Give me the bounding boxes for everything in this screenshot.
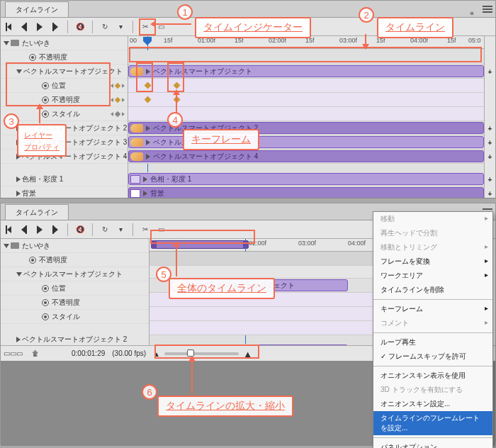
add-track-button[interactable]: + [485, 121, 495, 135]
menu-move-trim: 移動とトリミング▸ [373, 240, 492, 254]
menu-enable-3d: 3D トラックを有効にする [373, 383, 492, 397]
annotation-callout-4: キーフレーム [183, 129, 259, 150]
layer-label: 背景 [22, 189, 36, 198]
menu-delete-timeline[interactable]: タイムラインを削除 [373, 283, 492, 297]
root-label: たいやき [22, 241, 50, 251]
prev-frame-button[interactable] [18, 223, 30, 236]
annotation-badge-4: 4 [167, 112, 183, 128]
add-track-button[interactable]: + [485, 135, 495, 150]
tree-prop-opacity[interactable]: 不透明度 [1, 296, 149, 310]
tree-root-opacity[interactable]: 不透明度 [1, 253, 149, 267]
tree-prop-style[interactable]: スタイル [1, 107, 128, 121]
annotation-box-timeline [129, 47, 482, 62]
clip[interactable]: 背景 [128, 187, 484, 198]
add-track-button[interactable]: + [485, 186, 495, 201]
ruler-label: 00 [130, 37, 137, 44]
goto-start-button[interactable] [2, 21, 15, 33]
settings-dropdown-icon[interactable]: ▾ [114, 21, 127, 33]
fps-display: (30.00 fps) [112, 349, 146, 357]
clip-thumb [130, 152, 143, 161]
kf-row-opacity[interactable] [128, 93, 484, 107]
tree-layer-2[interactable]: ベクトルスマートオブジェクト 2 [1, 332, 149, 345]
opacity-label: 不透明度 [39, 52, 67, 62]
track-adjust[interactable]: 色相・彩度 1 [128, 172, 484, 186]
layer-tree: たいやき 不透明度 ベクトルスマートオブジェクト 位置 不透明度 スタイル ベク… [1, 239, 150, 345]
track-layer-4[interactable]: ベクトルスマートオブジェクト 4 [128, 150, 484, 164]
panel-collapse-icon[interactable]: « [464, 9, 480, 17]
annotation-box-zoom [154, 345, 259, 359]
menu-work-area[interactable]: ワークエリア▸ [373, 269, 492, 283]
play-button[interactable] [33, 21, 46, 33]
add-track-column: + + + + + + [484, 36, 495, 198]
menu-skip-frames[interactable]: ✓ フレームスキップを許可 [373, 349, 492, 364]
annotation-box-kf2 [167, 62, 184, 92]
clip-thumb [130, 124, 143, 133]
panel-menu-icon[interactable] [480, 1, 495, 17]
annotation-callout-5: 全体のタイムライン [169, 278, 275, 299]
mute-audio-button[interactable]: 🔇 [74, 21, 86, 33]
add-track-button[interactable]: + [485, 65, 495, 79]
ruler-label: 03:00f [339, 37, 357, 44]
ruler-label: 05:0 [468, 37, 481, 44]
menu-keyframes[interactable]: キーフレーム▸ [373, 302, 492, 316]
current-time[interactable]: 0:00:01:29 [72, 349, 105, 357]
loop-icon[interactable]: ↻ [98, 21, 111, 33]
track-bg[interactable]: 背景 [128, 186, 484, 198]
tree-bg-layer[interactable]: 背景 [1, 186, 128, 198]
tree-prop-style[interactable]: スタイル [1, 310, 149, 324]
track-layer-3[interactable]: ベクトルスマートオブジェクト 3 [128, 135, 484, 150]
menu-set-framerate[interactable]: タイムラインのフレームレートを設定... [373, 411, 492, 435]
ruler-label: 03:00f [298, 240, 316, 247]
menu-onion-display[interactable]: オニオンスキン表示を使用 [373, 369, 492, 383]
clip[interactable]: ベクトルスマートオブジェクト 3 [128, 136, 484, 148]
prop-label: 不透明度 [52, 298, 80, 308]
tree-root[interactable]: たいやき [1, 36, 128, 50]
menu-comments: コメント▸ [373, 316, 492, 330]
settings-dropdown-icon[interactable]: ▾ [114, 223, 127, 236]
annotation-box-props [6, 62, 111, 106]
timeline-tab[interactable]: タイムライン [5, 1, 69, 17]
menu-convert-frames[interactable]: フレームを変換▸ [373, 254, 492, 269]
ruler-label: 04:00f [348, 240, 366, 247]
add-track-button[interactable]: + [485, 172, 495, 186]
mute-audio-button[interactable]: 🔇 [74, 223, 86, 236]
annotation-callout-6: タイムラインの拡大・縮小 [157, 396, 293, 417]
play-button[interactable] [33, 223, 46, 236]
annotation-badge-6: 6 [142, 384, 157, 400]
layer-label: 色相・彩度 1 [22, 174, 63, 184]
timeline-tab[interactable]: タイムライン [5, 204, 69, 220]
clip[interactable]: 色相・彩度 1 [128, 173, 484, 185]
annotation-callout-1: タイムインジケーター [195, 17, 311, 38]
menu-split: 再生ヘッドで分割 [373, 226, 492, 240]
prop-label: 位置 [52, 284, 66, 293]
clip-label: 背景 [150, 189, 164, 198]
opacity-label: 不透明度 [39, 255, 67, 265]
goto-start-button[interactable] [2, 223, 15, 236]
layer-label: ベクトルスマートオブジェクト [23, 269, 123, 279]
tree-layer-1[interactable]: ベクトルスマートオブジェクト [1, 267, 149, 281]
keyframe-icon[interactable] [145, 96, 152, 103]
loop-icon[interactable]: ↻ [98, 223, 111, 236]
tab-bar: タイムライン « [1, 1, 495, 18]
tree-prop-position[interactable]: 位置 [1, 281, 149, 296]
prop-label: スタイル [52, 109, 80, 119]
annotation-badge-1: 1 [177, 4, 193, 20]
menu-loop[interactable]: ループ再生 [373, 335, 492, 349]
bin-icon[interactable]: 🗑 [29, 347, 42, 360]
transition-button[interactable]: ▭ [154, 21, 167, 33]
menu-move: 移動▸ [373, 212, 492, 226]
clip-label: ベクトルスマートオブジェクト 4 [153, 152, 258, 162]
layer-tree: たいやき 不透明度 ベクトルスマートオブジェクト 位置 不透明度 スタイル ベク… [1, 36, 128, 198]
tree-adjust-layer[interactable]: 色相・彩度 1 [1, 172, 128, 186]
clip[interactable]: ベクトルスマートオブジェクト 4 [128, 150, 484, 162]
next-frame-button[interactable] [49, 223, 62, 236]
next-frame-button[interactable] [49, 21, 62, 33]
add-track-button[interactable]: + [485, 150, 495, 164]
menu-onion-settings[interactable]: オニオンスキン設定... [373, 397, 492, 411]
menu-panel-options[interactable]: パネルオプション... [373, 440, 492, 448]
frame-mode-icon[interactable]: ▭▭▭ [6, 347, 19, 360]
prop-label: スタイル [52, 312, 80, 322]
prev-frame-button[interactable] [18, 21, 30, 33]
tree-root[interactable]: たいやき [1, 239, 149, 253]
timeline-context-menu: 移動▸ 再生ヘッドで分割 移動とトリミング▸ フレームを変換▸ ワークエリア▸ … [373, 211, 493, 448]
